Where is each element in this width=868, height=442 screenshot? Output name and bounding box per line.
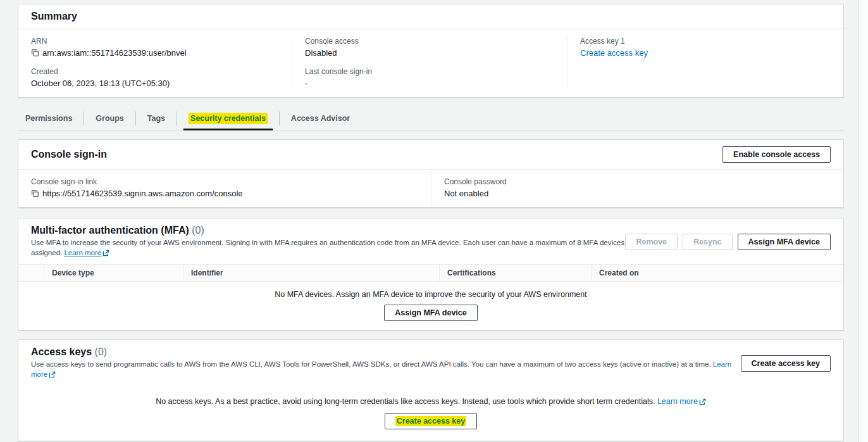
access-key-1-field: Access key 1 Create access key — [580, 37, 831, 58]
mfa-card: Multi-factor authentication (MFA) (0) Us… — [18, 218, 844, 331]
access-keys-header: Access keys (0) Use access keys to send … — [18, 340, 843, 386]
tab-tags[interactable]: Tags — [146, 110, 166, 130]
tab-permissions[interactable]: Permissions — [24, 110, 73, 130]
console-signin-link-value: https://551714623539.signin.aws.amazon.c… — [42, 189, 243, 198]
access-keys-header-text: Access keys (0) Use access keys to send … — [31, 346, 741, 381]
console-signin-card: Console sign-in Enable console access Co… — [18, 139, 844, 208]
created-field: Created October 06, 2023, 18:13 (UTC+05:… — [31, 67, 279, 88]
summary-card: Summary ARN arn:aws:iam::551714623539:us… — [18, 4, 844, 98]
summary-header: Summary — [18, 4, 843, 29]
tab-access-advisor[interactable]: Access Advisor — [290, 110, 351, 130]
console-signin-body: Console sign-in link https://55171462353… — [18, 170, 843, 207]
mfa-empty-text: No MFA devices. Assign an MFA device to … — [31, 290, 831, 299]
console-access-label: Console access — [305, 37, 554, 46]
access-key-1-label: Access key 1 — [580, 37, 831, 46]
summary-col-2: Console access Disabled Last console sig… — [292, 37, 567, 88]
mfa-remove-button[interactable]: Remove — [625, 234, 678, 250]
mfa-resync-button[interactable]: Resync — [683, 234, 732, 250]
create-access-key-empty-button[interactable]: Create access key — [385, 413, 477, 429]
last-signin-label: Last console sign-in — [305, 67, 554, 76]
tab-separator — [135, 111, 136, 125]
mfa-learn-more-link[interactable]: Learn more — [64, 249, 101, 256]
last-signin-field: Last console sign-in - — [305, 67, 554, 88]
console-access-value: Disabled — [305, 48, 337, 58]
tab-separator — [279, 111, 280, 125]
tab-security-credentials-label: Security credentials — [189, 113, 268, 124]
external-link-icon — [699, 398, 706, 407]
mfa-title: Multi-factor authentication (MFA) — [31, 225, 189, 236]
external-link-icon — [102, 249, 109, 260]
arn-label: ARN — [31, 37, 279, 46]
created-label: Created — [31, 67, 279, 76]
access-keys-card: Access keys (0) Use access keys to send … — [18, 339, 844, 441]
last-signin-value: - — [305, 79, 307, 88]
mfa-select-all-cell — [18, 265, 44, 281]
tab-security-credentials[interactable]: Security credentials — [187, 110, 269, 130]
access-keys-empty-text: No access keys. As a best practice, avoi… — [31, 397, 831, 407]
mfa-table-header: Device type Identifier Certifications Cr… — [18, 264, 843, 282]
create-access-key-button[interactable]: Create access key — [741, 355, 831, 372]
mfa-header-text: Multi-factor authentication (MFA) (0) Us… — [31, 225, 625, 259]
assign-mfa-device-empty-button[interactable]: Assign MFA device — [384, 305, 477, 321]
summary-col-1: ARN arn:aws:iam::551714623539:user/bnvel… — [18, 37, 292, 88]
summary-title: Summary — [31, 11, 77, 22]
browser-scrollbar[interactable] — [859, 0, 868, 442]
mfa-header: Multi-factor authentication (MFA) (0) Us… — [18, 218, 843, 264]
access-keys-empty-state: No access keys. As a best practice, avoi… — [18, 386, 843, 441]
copy-icon[interactable] — [31, 49, 39, 57]
tab-separator — [177, 111, 177, 125]
create-access-key-empty-label: Create access key — [395, 416, 466, 426]
console-signin-header: Console sign-in Enable console access — [18, 140, 843, 170]
summary-col-3: Access key 1 Create access key — [567, 37, 843, 88]
tab-separator — [84, 111, 84, 125]
user-detail-tabs: Permissions Groups Tags Security credent… — [18, 110, 844, 130]
mfa-count: (0) — [192, 225, 204, 236]
console-signin-link-field: Console sign-in link https://55171462353… — [18, 170, 431, 207]
console-password-field: Console password Not enabled — [431, 170, 843, 207]
mfa-col-certifications: Certifications — [439, 265, 591, 281]
tab-groups[interactable]: Groups — [94, 110, 125, 130]
console-password-value: Not enabled — [444, 189, 488, 198]
summary-body: ARN arn:aws:iam::551714623539:user/bnvel… — [18, 29, 843, 97]
console-password-label: Console password — [444, 177, 831, 186]
mfa-col-device-type: Device type — [44, 265, 183, 281]
external-link-icon — [49, 371, 56, 381]
arn-field: ARN arn:aws:iam::551714623539:user/bnvel — [31, 37, 279, 58]
arn-value: arn:aws:iam::551714623539:user/bnvel — [42, 48, 187, 58]
access-keys-empty-learn-more-link[interactable]: Learn more — [657, 397, 698, 406]
assign-mfa-device-button[interactable]: Assign MFA device — [738, 234, 831, 250]
mfa-actions: Remove Resync Assign MFA device — [625, 234, 831, 250]
create-access-key-link[interactable]: Create access key — [580, 48, 648, 58]
access-keys-title: Access keys — [31, 346, 92, 357]
console-access-field: Console access Disabled — [305, 37, 554, 58]
access-keys-description: Use access keys to send programmatic cal… — [31, 360, 741, 381]
access-keys-count: (0) — [95, 346, 108, 357]
mfa-col-identifier: Identifier — [183, 265, 439, 281]
console-signin-title: Console sign-in — [31, 149, 107, 160]
mfa-empty-state: No MFA devices. Assign an MFA device to … — [18, 282, 843, 330]
mfa-description: Use MFA to increase the security of your… — [31, 238, 625, 259]
security-credentials-page: Summary ARN arn:aws:iam::551714623539:us… — [18, 4, 844, 442]
copy-icon[interactable] — [31, 189, 39, 198]
created-value: October 06, 2023, 18:13 (UTC+05:30) — [31, 79, 170, 88]
console-signin-link-label: Console sign-in link — [31, 177, 418, 186]
enable-console-access-button[interactable]: Enable console access — [722, 146, 831, 163]
mfa-col-created-on: Created on — [591, 265, 843, 281]
